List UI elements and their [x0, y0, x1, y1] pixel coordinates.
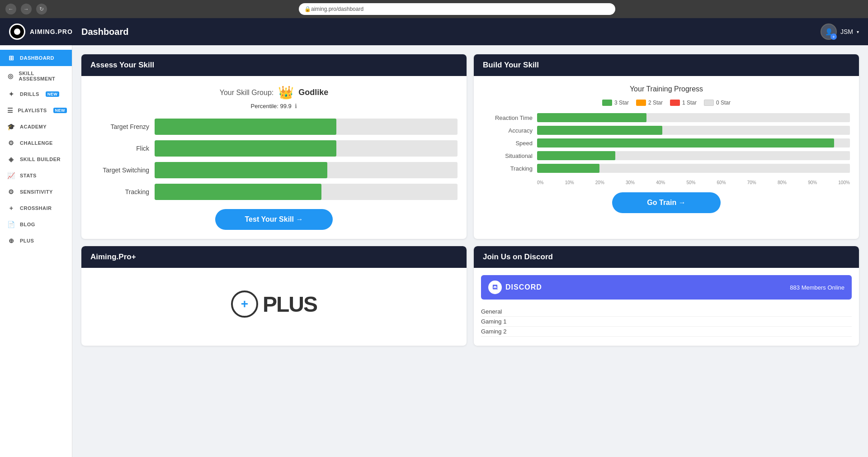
sidebar-item-challenge[interactable]: ⚙ CHALLENGE	[0, 135, 72, 151]
url-bar[interactable]: 🔒 aiming.pro/dashboard	[299, 3, 615, 15]
discord-logo: DISCORD	[488, 281, 542, 294]
discord-channel-general[interactable]: General	[481, 307, 852, 317]
discord-members-count: 883 Members Online	[790, 284, 844, 291]
sidebar-label-skill-builder: SKILL BUILDER	[20, 157, 61, 162]
challenge-icon: ⚙	[7, 139, 15, 147]
sidebar-item-dashboard[interactable]: ⊞ DASHBOARD	[0, 50, 72, 66]
legend-1star-label: 1 Star	[682, 100, 697, 106]
user-plus-badge: +	[830, 33, 837, 40]
progress-label-accuracy: Accuracy	[483, 127, 533, 134]
skill-crown-icon: 👑	[278, 85, 294, 100]
app-wrapper: AIMING.PRO Dashboard 👤 + JSM ▾ ⊞ DASHBOA…	[0, 18, 868, 457]
skill-name: Godlike	[298, 88, 328, 97]
page-content: Assess Your Skill Your Skill Group: 👑 Go…	[72, 45, 868, 457]
sidebar-label-playlists: PLAYLISTS	[18, 108, 47, 113]
skill-bar-label-target-frenzy: Target Frenzy	[90, 123, 149, 130]
browser-chrome: ← → ↻ 🔒 aiming.pro/dashboard	[0, 0, 868, 18]
go-train-button[interactable]: Go Train →	[612, 192, 721, 213]
legend-3star: 3 Star	[602, 100, 629, 106]
forward-button[interactable]: →	[21, 4, 32, 14]
discord-card: Join Us on Discord DISCORD 883 Members O…	[474, 246, 859, 346]
sidebar-label-stats: STATS	[20, 173, 37, 178]
skill-bar-fill-target-switching	[155, 162, 327, 178]
sidebar-item-blog[interactable]: 📄 BLOG	[0, 216, 72, 233]
progress-track-situational	[537, 151, 850, 160]
sidebar: ⊞ DASHBOARD ◎ SKILL ASSESSMENT ✦ DRILLS …	[0, 45, 72, 457]
refresh-button[interactable]: ↻	[36, 4, 47, 14]
info-icon: ℹ	[295, 103, 297, 109]
progress-track-tracking	[537, 164, 850, 173]
discord-channel-gaming2[interactable]: Gaming 2	[481, 327, 852, 337]
avatar: 👤 +	[821, 24, 837, 40]
plus-text: PLUS	[263, 292, 317, 317]
sidebar-label-sensitivity: SENSITIVITY	[20, 189, 53, 195]
user-menu[interactable]: 👤 + JSM ▾	[821, 24, 859, 40]
sidebar-item-skill-assessment[interactable]: ◎ SKILL ASSESSMENT	[0, 66, 72, 86]
progress-track-speed	[537, 138, 850, 148]
sidebar-item-sensitivity[interactable]: ⚙ SENSITIVITY	[0, 184, 72, 200]
discord-banner[interactable]: DISCORD 883 Members Online	[481, 275, 852, 300]
sidebar-item-drills[interactable]: ✦ DRILLS NEW	[0, 86, 72, 102]
progress-row-situational: Situational	[483, 151, 850, 160]
assess-skill-card: Assess Your Skill Your Skill Group: 👑 Go…	[81, 54, 467, 239]
sidebar-label-blog: BLOG	[20, 222, 35, 227]
progress-fill-situational	[537, 151, 615, 160]
legend-3star-label: 3 Star	[614, 100, 629, 106]
sidebar-label-drills: DRILLS	[20, 91, 39, 97]
progress-row-reaction-time: Reaction Time	[483, 113, 850, 122]
discord-channel-gaming1[interactable]: Gaming 1	[481, 317, 852, 327]
blog-icon: 📄	[7, 221, 15, 228]
logo-text: AIMING.PRO	[30, 28, 73, 35]
skill-bar-track-target-frenzy	[155, 119, 458, 135]
progress-track-reaction-time	[537, 113, 850, 122]
academy-icon: 🎓	[7, 123, 15, 130]
playlists-new-badge: NEW	[53, 108, 67, 113]
plus-logo: + PLUS	[231, 290, 317, 318]
skill-group-row: Your Skill Group: 👑 Godlike	[90, 85, 458, 100]
sidebar-item-academy[interactable]: 🎓 ACADEMY	[0, 119, 72, 135]
sidebar-label-academy: ACADEMY	[20, 124, 47, 129]
plus-circle-icon: +	[231, 290, 258, 318]
progress-label-tracking: Tracking	[483, 165, 533, 172]
training-title: Your Training Progress	[483, 85, 850, 93]
progress-label-speed: Speed	[483, 140, 533, 147]
skill-bar-fill-tracking	[155, 184, 321, 200]
sidebar-item-plus[interactable]: ⊕ PLUS	[0, 233, 72, 249]
progress-track-accuracy	[537, 126, 850, 135]
back-button[interactable]: ←	[5, 4, 16, 14]
chevron-down-icon: ▾	[857, 29, 859, 34]
percentile-row: Percentile: 99.9 ℹ	[90, 103, 458, 109]
progress-fill-reaction-time	[537, 113, 646, 122]
crosshair-icon: +	[7, 205, 15, 212]
percentile-value: Percentile: 99.9	[251, 103, 292, 109]
legend-2star: 2 Star	[636, 100, 663, 106]
sidebar-label-challenge: CHALLENGE	[20, 140, 53, 146]
plus-icon: ⊕	[7, 237, 15, 244]
progress-fill-speed	[537, 138, 834, 148]
legend-0star-label: 0 Star	[716, 100, 731, 106]
skill-bar-target-frenzy: Target Frenzy	[90, 119, 458, 135]
skill-bar-fill-target-frenzy	[155, 119, 336, 135]
skill-bar-tracking: Tracking	[90, 184, 458, 200]
sidebar-item-crosshair[interactable]: + CROSSHAIR	[0, 200, 72, 216]
sidebar-item-stats[interactable]: 📈 STATS	[0, 167, 72, 184]
sensitivity-icon: ⚙	[7, 188, 15, 195]
page-title: Dashboard	[81, 27, 821, 37]
aiming-plus-header: Aiming.Pro+	[81, 246, 467, 268]
sidebar-item-skill-builder[interactable]: ◈ SKILL BUILDER	[0, 151, 72, 167]
assess-skill-header: Assess Your Skill	[81, 54, 467, 76]
skill-assessment-icon: ◎	[7, 72, 14, 80]
user-name: JSM	[840, 28, 853, 35]
legend-2star-label: 2 Star	[648, 100, 663, 106]
progress-label-reaction-time: Reaction Time	[483, 114, 533, 121]
drills-icon: ✦	[7, 90, 15, 98]
sidebar-item-playlists[interactable]: ☰ PLAYLISTS NEW	[0, 102, 72, 119]
skill-bar-target-switching: Target Switching	[90, 162, 458, 178]
test-skill-button[interactable]: Test Your Skill →	[215, 209, 333, 230]
sidebar-label-skill-assessment: SKILL ASSESSMENT	[19, 71, 65, 81]
legend: 3 Star 2 Star 1 Star	[483, 100, 850, 106]
build-skill-card: Build Your Skill Your Training Progress …	[474, 54, 859, 239]
aiming-plus-body: + PLUS	[81, 268, 467, 340]
build-skill-header: Build Your Skill	[474, 54, 859, 76]
drills-new-badge: NEW	[46, 91, 60, 97]
